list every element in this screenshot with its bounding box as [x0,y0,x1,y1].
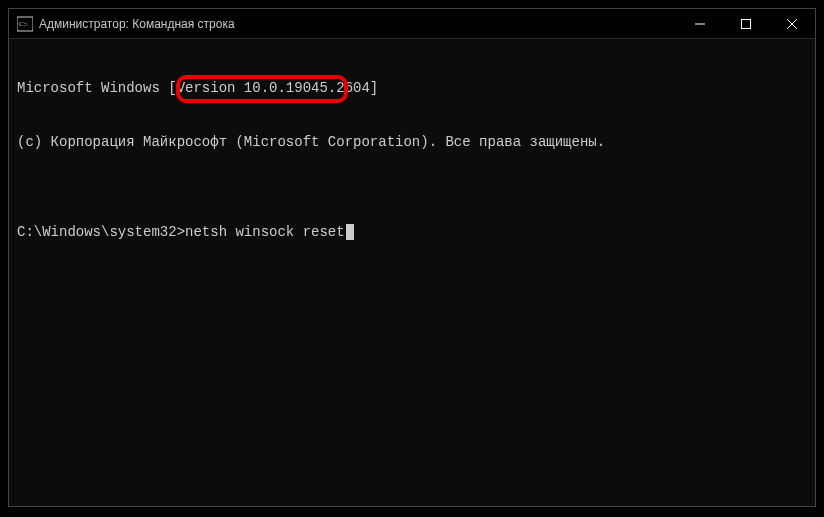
copyright-line: (c) Корпорация Майкрософт (Microsoft Cor… [17,133,807,151]
cursor [346,224,354,240]
svg-text:C:\: C:\ [19,20,28,28]
window-title: Администратор: Командная строка [39,17,677,31]
cmd-icon: C:\ [17,16,33,32]
command-prompt-window: C:\ Администратор: Командная строка Micr… [8,8,816,507]
close-button[interactable] [769,9,815,38]
command-text: netsh winsock reset [185,224,345,240]
version-line: Microsoft Windows [Version 10.0.19045.26… [17,79,807,97]
prompt-text: C:\Windows\system32> [17,224,185,240]
minimize-button[interactable] [677,9,723,38]
terminal-area[interactable]: Microsoft Windows [Version 10.0.19045.26… [9,39,815,506]
window-controls [677,9,815,38]
prompt-line: C:\Windows\system32>netsh winsock reset [17,223,807,241]
outer-frame: C:\ Администратор: Командная строка Micr… [0,0,824,517]
titlebar[interactable]: C:\ Администратор: Командная строка [9,9,815,39]
maximize-button[interactable] [723,9,769,38]
svg-rect-3 [742,19,751,28]
